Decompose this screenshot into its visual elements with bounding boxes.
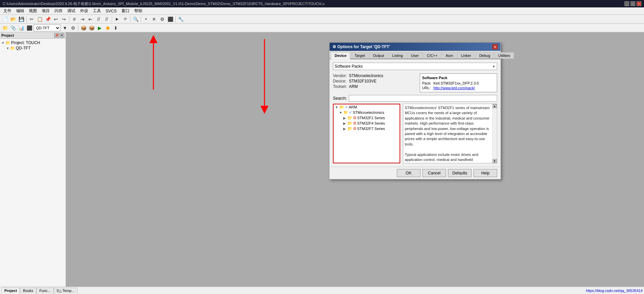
menu-help[interactable]: 帮助 [132, 7, 144, 14]
desc-scrollbar[interactable]: ▲ ▼ [492, 104, 497, 163]
menu-tools[interactable]: 工具 [91, 7, 103, 14]
maximize-button[interactable]: □ [631, 1, 635, 6]
url-link[interactable]: http://www.keil.com/pack/ [433, 86, 495, 90]
tab-listing[interactable]: Listing [389, 52, 407, 59]
tab-output[interactable]: Output [369, 52, 388, 59]
tree-stm32f4[interactable]: ▶ 📁 ⚙ STM32F4 Series [334, 121, 400, 126]
tab-cc[interactable]: C/C++ [423, 52, 441, 59]
t2-opts-btn[interactable]: ⚙ [69, 24, 77, 32]
tree-stm32f1[interactable]: ▶ 📁 ⚙ STM32F1 Series [334, 115, 400, 121]
search-row: Search: [333, 95, 497, 102]
dialog-body: Software Packs ▼ Vendor: STMicroelectron… [330, 59, 501, 167]
close-button[interactable]: × [637, 1, 641, 6]
tree-arm[interactable]: ▼ 📁 ✓ ARM [334, 104, 400, 110]
sep3 [112, 16, 112, 22]
sidebar-close-btn[interactable]: × [60, 33, 64, 38]
new-file-btn[interactable]: 📄 [1, 15, 9, 23]
dialog-tabs: Device Target Output Listing User C/C++ … [330, 51, 501, 59]
uncomment-btn[interactable]: // [103, 15, 110, 23]
status-tab-project[interactable]: Project [1, 288, 20, 294]
unindent-btn[interactable]: ⇤ [87, 15, 94, 23]
dbg-btn1[interactable]: ⚬ [142, 15, 150, 23]
status-tab-func[interactable]: Func... [36, 288, 54, 294]
defaults-button[interactable]: Defaults [448, 169, 472, 177]
redo-btn[interactable]: ↪ [60, 15, 68, 23]
scroll-down-btn[interactable]: ▼ [493, 159, 497, 163]
url-label: URL: [422, 86, 432, 90]
cut-btn[interactable]: ✂ [28, 15, 35, 23]
t2-stop-btn[interactable]: ⏹ [104, 24, 111, 32]
tab-device[interactable]: Device [331, 52, 350, 59]
t2-combo-arrow[interactable]: ▼ [61, 24, 69, 32]
dbg-btn3[interactable]: ⚙ [158, 15, 166, 23]
menu-edit[interactable]: 编辑 [14, 7, 26, 14]
tab-user[interactable]: User [407, 52, 422, 59]
menu-debug[interactable]: 调试 [65, 7, 77, 14]
undo-btn[interactable]: ↩ [52, 15, 60, 23]
status-tab-books[interactable]: Books [20, 288, 36, 294]
stm-label: STMicroelectronics [353, 110, 385, 115]
paste-btn[interactable]: 📌 [44, 15, 51, 23]
comment-btn[interactable]: // [95, 15, 102, 23]
menu-view[interactable]: 视图 [27, 7, 39, 14]
minimize-button[interactable]: _ [624, 1, 629, 6]
arm-label: ARM [349, 105, 357, 109]
dbg-btn4[interactable]: ⬛ [167, 15, 174, 23]
rebuild-btn[interactable]: ⟳ [121, 15, 129, 23]
search-input[interactable] [349, 95, 497, 102]
t2-btn1[interactable]: 📁 [1, 24, 9, 32]
pack-value: Keil.STM32F1xx_DFP.2.3.0 [433, 81, 495, 85]
t2-btn3[interactable]: 📊 [17, 24, 25, 32]
t2-btn5[interactable]: 📦 [80, 24, 87, 32]
copy-btn[interactable]: 📋 [36, 15, 43, 23]
sep7 [78, 25, 78, 31]
menu-project[interactable]: 项目 [40, 7, 52, 14]
menu-flash[interactable]: 闪存 [52, 7, 65, 14]
software-packs-row: Software Packs ▼ [333, 63, 497, 70]
t2-btn6[interactable]: 📦 [88, 24, 95, 32]
t2-btn4[interactable]: ⬛ [26, 24, 33, 32]
bookmark-btn[interactable]: # [71, 15, 78, 23]
build-btn[interactable]: ▶ [113, 15, 121, 23]
stm32f4-arrow-icon: ▶ [343, 122, 347, 125]
target-combo[interactable]: QD-TFT [34, 25, 61, 31]
dialog-close-button[interactable]: × [493, 44, 498, 50]
search-btn[interactable]: 🔍 [132, 15, 139, 23]
dropdown-arrow-icon: ▼ [492, 65, 496, 68]
sidebar-header-buttons[interactable]: 📌 × [54, 33, 64, 38]
tree-project[interactable]: ▼ 📁 Project: TOUCH [1, 40, 65, 45]
help-button[interactable]: Help [474, 169, 497, 177]
scroll-up-btn[interactable]: ▲ [493, 104, 497, 108]
open-btn[interactable]: 📂 [9, 15, 17, 23]
tab-target[interactable]: Target [351, 52, 369, 59]
t2-run-btn[interactable]: ▶ [96, 24, 103, 32]
tab-linker[interactable]: Linker [457, 52, 475, 59]
tree-stm[interactable]: ▼ 📁 ✓ STMicroelectronics [334, 110, 400, 115]
status-tab-temp[interactable]: 0△ Temp... [54, 288, 78, 294]
menu-file[interactable]: 文件 [1, 7, 13, 14]
config-btn[interactable]: 🔧 [177, 15, 184, 23]
save-btn[interactable]: 💾 [17, 15, 25, 23]
indent-btn[interactable]: ⇥ [79, 15, 86, 23]
t2-btn2[interactable]: 📎 [9, 24, 17, 32]
tree-arrow-project: ▼ [1, 41, 5, 45]
device-description: STMicroelectronics' STM32F1 series of ma… [403, 104, 492, 163]
cancel-button[interactable]: Cancel [423, 169, 446, 177]
arm-check-icon: ✓ [345, 105, 348, 109]
menu-peripherals[interactable]: 外设 [78, 7, 90, 14]
ok-button[interactable]: OK [397, 169, 421, 177]
menu-svcs[interactable]: SVCS [104, 8, 119, 14]
software-packs-dropdown[interactable]: Software Packs ▼ [333, 63, 497, 70]
tree-group[interactable]: ▼ 📁 QD-TFT [1, 45, 65, 51]
menu-window[interactable]: 窗口 [119, 7, 132, 14]
sw-pack-grid: Pack: Keil.STM32F1xx_DFP.2.3.0 URL: http… [422, 81, 495, 90]
window-controls[interactable]: _ □ × [624, 1, 641, 6]
tab-utilities[interactable]: Utilities [495, 52, 514, 59]
t2-dl-btn[interactable]: ⬇ [112, 24, 119, 32]
dbg-btn2[interactable]: ✕ [150, 15, 158, 23]
tab-asm[interactable]: Asm [442, 52, 457, 59]
tab-debug[interactable]: Debug [475, 52, 494, 59]
sidebar-pin-btn[interactable]: 📌 [54, 33, 59, 38]
tree-stm32f7[interactable]: ▶ 📁 ⚙ STM32F7 Series [334, 126, 400, 131]
vendor-label: Vendor: [333, 73, 347, 78]
